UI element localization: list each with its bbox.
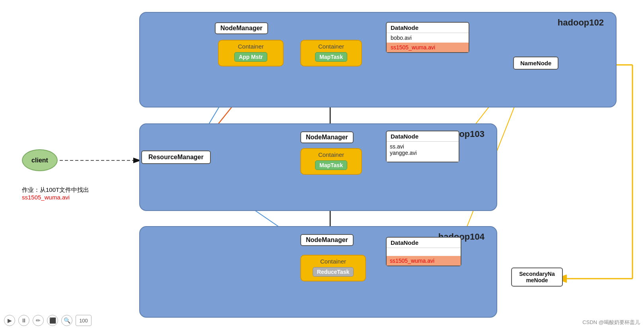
- hadoop102-label: hadoop102: [558, 18, 604, 28]
- watermark: CSDN @喝酸奶要杯盖儿: [582, 319, 640, 326]
- maptask-2: MapTask: [315, 160, 347, 170]
- datanode-3-label: DataNode: [387, 238, 461, 248]
- resource-manager-box: ResourceManager: [141, 150, 211, 164]
- dn1-file2: ss1505_wuma.avi: [391, 44, 435, 51]
- datanode-3: DataNode ss1505_wuma.avi: [386, 237, 461, 266]
- job-text: 作业：从100T文件中找出 ss1505_wuma.avi: [22, 186, 89, 201]
- bottom-toolbar: ▶ ⏸ ✏ ⬛ 🔍 100: [0, 313, 95, 328]
- node-manager-1: NodeManager: [215, 22, 268, 34]
- datanode-1: DataNode bobo.avi ss1505_wuma.avi: [386, 22, 469, 53]
- container-2-label: Container: [305, 43, 357, 50]
- secondary-namenode-label: SecondaryNameNode: [519, 271, 555, 283]
- container-3-label: Container: [305, 151, 357, 158]
- node-manager-3: NodeManager: [300, 234, 354, 246]
- zoom-button[interactable]: 🔍: [61, 315, 72, 326]
- job-text-line2: ss1505_wuma.avi: [22, 194, 89, 201]
- zoom-level[interactable]: 100: [76, 315, 91, 326]
- container-4-label: Container: [305, 258, 361, 265]
- pause-button[interactable]: ⏸: [18, 315, 29, 326]
- secondary-namenode-box: SecondaryNameNode: [511, 268, 563, 287]
- datanode-2: DataNode ss.avi yangge.avi: [386, 131, 459, 162]
- diagram-container: hadoop102 hadoop103 hadoop104 NodeManage…: [0, 0, 644, 330]
- container-1-label: Container: [223, 43, 279, 50]
- namenode-box: NameNode: [513, 57, 558, 70]
- datanode-2-label: DataNode: [387, 131, 459, 142]
- play-button[interactable]: ▶: [4, 315, 15, 326]
- edit-button[interactable]: ✏: [33, 315, 44, 326]
- job-text-line1: 作业：从100T文件中找出: [22, 186, 89, 194]
- node-manager-2: NodeManager: [300, 131, 354, 143]
- client-ellipse: client: [22, 149, 58, 171]
- container-maptask-2: Container MapTask: [300, 148, 362, 175]
- datanode-1-label: DataNode: [387, 23, 469, 33]
- stop-button[interactable]: ⬛: [47, 315, 58, 326]
- maptask-1: MapTask: [315, 52, 347, 62]
- container-app-mstr: Container App Mstr: [218, 40, 284, 66]
- app-mstr-task: App Mstr: [234, 52, 267, 62]
- reduce-task: ReduceTask: [313, 267, 354, 277]
- container-maptask-1: Container MapTask: [300, 40, 362, 66]
- container-reducetask: Container ReduceTask: [300, 255, 366, 281]
- dn3-file1: ss1505_wuma.avi: [390, 258, 434, 264]
